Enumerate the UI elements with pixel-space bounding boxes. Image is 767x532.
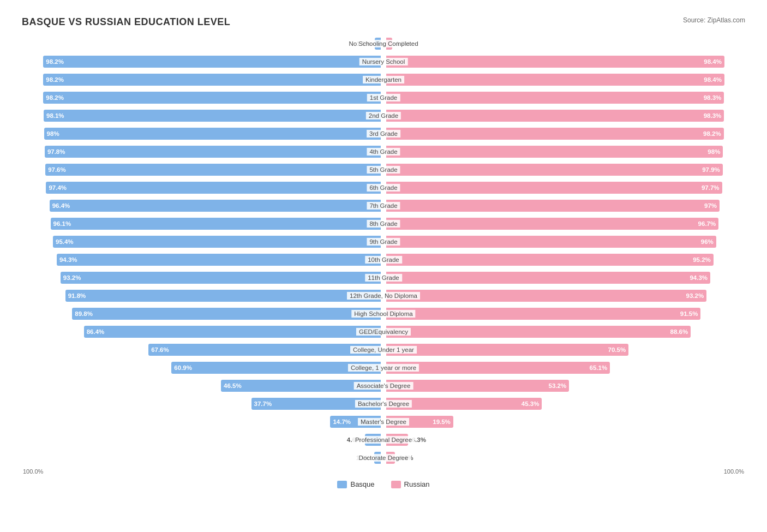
chart-container: BASQUE VS RUSSIAN EDUCATION LEVEL Source… [11, 11, 756, 499]
bar-right: 98% [386, 146, 723, 158]
chart-source: Source: ZipAtlas.com [683, 16, 745, 24]
right-section: 6.3% [384, 432, 745, 447]
right-section: 93.2% [384, 288, 745, 303]
left-value: 98.2% [46, 94, 64, 101]
right-value: 96.7% [698, 220, 716, 227]
left-value: 86.4% [87, 328, 105, 335]
left-value: 91.8% [68, 292, 86, 299]
right-value: 98% [708, 148, 720, 155]
right-section: 19.5% [384, 414, 745, 429]
bar-left: 98.2% [43, 92, 381, 104]
right-section: 96% [384, 234, 745, 249]
bar-right: 93.2% [386, 290, 706, 302]
bar-left: 86.4% [84, 326, 381, 338]
bar-row: 91.8% 12th Grade, No Diploma 93.2% [22, 288, 745, 303]
bar-row: 93.2% 11th Grade 94.3% [22, 270, 745, 285]
bar-left: 98.2% [43, 56, 381, 68]
bar-right: 98.2% [386, 128, 724, 140]
bar-left: 97.8% [45, 146, 381, 158]
left-section: 97.4% [22, 180, 384, 195]
bar-right: 91.5% [386, 308, 700, 320]
bar-right: 98.4% [386, 74, 724, 86]
bar-right: 98.4% [386, 56, 724, 68]
bar-left: 98.2% [43, 74, 381, 86]
bar-row: 94.3% 10th Grade 95.2% [22, 252, 745, 267]
right-section: 65.1% [384, 360, 745, 375]
left-value: 98% [47, 130, 59, 137]
bar-left: 91.8% [65, 290, 381, 302]
bar-row: 4.6% Professional Degree 6.3% [22, 432, 745, 447]
left-value-outer: 1.9% [356, 455, 370, 461]
left-value: 98.2% [46, 76, 64, 83]
right-value: 95.2% [693, 256, 711, 263]
bar-row: 46.5% Associate's Degree 53.2% [22, 378, 745, 393]
bar-row: 14.7% Master's Degree 19.5% [22, 414, 745, 429]
left-section: 96.4% [22, 198, 384, 213]
right-section: 88.6% [384, 324, 745, 339]
legend-basque-box [337, 481, 347, 488]
bar-right: 19.5% [386, 416, 453, 428]
right-section: 1.7% [384, 36, 745, 51]
right-value: 91.5% [680, 310, 698, 317]
left-value: 97.6% [48, 166, 66, 173]
right-value: 98.3% [704, 112, 722, 119]
right-value: 98.4% [704, 76, 722, 83]
left-value: 98.1% [46, 112, 64, 119]
right-value: 96% [701, 238, 714, 245]
right-value: 98.3% [704, 94, 722, 101]
left-value-outer: 1.8% [356, 40, 370, 47]
left-section: 98.2% [22, 72, 384, 87]
bar-row: 95.4% 9th Grade 96% [22, 234, 745, 249]
right-value: 45.3% [522, 401, 540, 407]
bar-left: 60.9% [171, 362, 381, 374]
right-section: 98.2% [384, 126, 745, 141]
left-section: 94.3% [22, 252, 384, 267]
right-section: 53.2% [384, 378, 745, 393]
right-section: 98.4% [384, 72, 745, 87]
left-value: 95.4% [56, 238, 74, 245]
bar-left: 98.1% [44, 110, 381, 122]
right-value: 53.2% [549, 382, 567, 389]
bar-left: 93.2% [61, 272, 381, 284]
bar-right [386, 434, 408, 446]
chart-area: 1.8% No Schooling Completed 1.7% 98.2% N… [22, 36, 745, 465]
left-value: 98.2% [46, 58, 64, 65]
left-value-outer: 4.6% [347, 437, 361, 443]
chart-header: BASQUE VS RUSSIAN EDUCATION LEVEL Source… [22, 16, 745, 28]
bar-row: 98.1% 2nd Grade 98.3% [22, 108, 745, 123]
bar-right: 53.2% [386, 380, 569, 392]
right-section: 2.6% [384, 450, 745, 465]
bar-right: 97.7% [386, 182, 722, 194]
bar-left: 98% [44, 128, 381, 140]
left-section: 14.7% [22, 414, 384, 429]
left-section: 98% [22, 126, 384, 141]
legend-russian-label: Russian [404, 480, 430, 488]
bar-row: 96.1% 8th Grade 96.7% [22, 216, 745, 231]
bar-left: 46.5% [221, 380, 381, 392]
left-section: 93.2% [22, 270, 384, 285]
right-section: 45.3% [384, 396, 745, 411]
right-value: 97.9% [702, 166, 720, 173]
legend-russian: Russian [391, 480, 430, 488]
bar-right: 95.2% [386, 254, 714, 266]
bar-left [374, 452, 381, 464]
right-section: 96.7% [384, 216, 745, 231]
right-section: 97.7% [384, 180, 745, 195]
left-value: 67.6% [151, 346, 169, 353]
right-section: 94.3% [384, 270, 745, 285]
bar-left [365, 434, 381, 446]
left-section: 1.8% [22, 36, 384, 51]
left-value: 14.7% [333, 419, 351, 425]
left-section: 86.4% [22, 324, 384, 339]
bar-left: 95.4% [53, 236, 381, 248]
left-value: 89.8% [75, 310, 93, 317]
bar-left: 67.6% [148, 344, 381, 356]
right-section: 70.5% [384, 342, 745, 357]
bar-left [375, 38, 381, 50]
bar-row: 67.6% College, Under 1 year 70.5% [22, 342, 745, 357]
bar-row: 96.4% 7th Grade 97% [22, 198, 745, 213]
bar-right: 98.3% [386, 110, 724, 122]
chart-title: BASQUE VS RUSSIAN EDUCATION LEVEL [22, 16, 230, 28]
left-value: 96.1% [53, 220, 71, 227]
bar-row: 97.8% 4th Grade 98% [22, 144, 745, 159]
